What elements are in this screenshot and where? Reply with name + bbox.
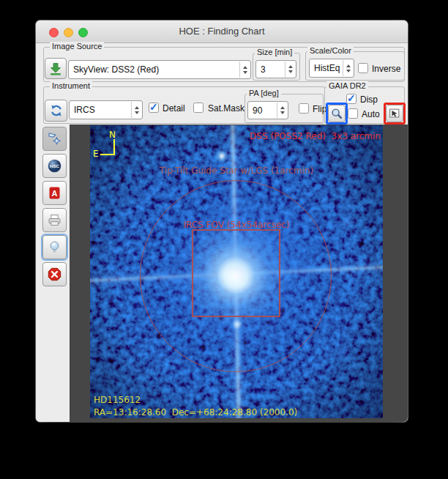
toolbar-sidebar: HSC A xyxy=(36,125,70,422)
ircs-fov-square xyxy=(192,229,280,317)
gaia-plot-button[interactable] xyxy=(386,105,403,122)
scale-color-group-label: Scale/Color xyxy=(307,46,354,55)
size-group: Size [min] 3 xyxy=(253,53,300,81)
compass-east-line xyxy=(100,154,115,155)
fov-caption: IRCS FOV (54x54arcsec) xyxy=(90,220,383,230)
satmask-checkbox[interactable]: ✓ xyxy=(193,103,204,113)
pa-spinbox[interactable]: 90 xyxy=(247,101,288,119)
flip-checkbox[interactable]: ✓ xyxy=(299,103,309,114)
size-group-label: Size [min] xyxy=(255,48,294,56)
instrument-combobox-value: IRCS xyxy=(74,101,95,119)
magnifier-icon xyxy=(330,107,343,120)
image-viewer: N E DSS (POSS2 Red) 3x3 arcmin Tip-Tilt … xyxy=(70,125,408,422)
compass-north-line xyxy=(113,139,115,155)
detail-checkbox[interactable]: ✓ xyxy=(149,103,159,113)
content-area: HSC A xyxy=(36,125,408,422)
satmask-checkbox-label: Sat.Mask xyxy=(208,103,244,114)
spin-arrows-icon[interactable] xyxy=(285,62,295,77)
app-window: HOE : Finding Chart Image Source SkyView… xyxy=(36,21,408,422)
refresh-icon xyxy=(49,103,64,118)
survey-combobox[interactable]: SkyView: DSS2 (Red) xyxy=(68,60,251,79)
print-button[interactable] xyxy=(42,208,67,232)
svg-text:A: A xyxy=(52,189,58,198)
sky-image[interactable]: N E DSS (POSS2 Red) 3x3 arcmin Tip-Tilt … xyxy=(90,125,383,418)
instrument-combobox[interactable]: IRCS xyxy=(69,100,143,119)
download-icon xyxy=(48,62,63,76)
target-name-label: HD115612 xyxy=(94,395,141,405)
title-bar[interactable]: HOE : Finding Chart xyxy=(36,21,408,43)
survey-caption: DSS (POSS2 Red) 3x3 arcmin xyxy=(250,131,381,141)
gaia-auto-checkbox[interactable]: ✓ xyxy=(348,108,358,119)
size-spinbox-value: 3 xyxy=(261,61,266,78)
inverse-checkbox-label: Inverse xyxy=(372,64,400,74)
detail-checkbox-label: Detail xyxy=(163,103,185,114)
stop-x-icon xyxy=(47,267,62,282)
compass-north-label: N xyxy=(109,130,116,140)
pa-group: PA [deg] 90 ✓ Flip xyxy=(244,94,324,123)
printer-icon xyxy=(47,212,62,228)
pdf-export-button[interactable]: A xyxy=(42,181,67,205)
abort-button[interactable] xyxy=(42,262,67,286)
hsc-button[interactable]: HSC xyxy=(42,154,67,178)
combo-arrows-icon[interactable] xyxy=(343,60,353,76)
desktop: { "window": { "title": "HOE : Finding Ch… xyxy=(0,0,448,479)
gaia-search-highlight xyxy=(326,103,348,125)
size-spinbox[interactable]: 3 xyxy=(255,60,296,78)
reload-instrument-button[interactable] xyxy=(45,100,67,122)
scale-combobox[interactable]: HistEq xyxy=(309,59,354,78)
pdf-icon: A xyxy=(47,185,62,201)
gaia-disp-checkbox[interactable]: ✓ xyxy=(346,94,356,104)
window-title: HOE : Finding Chart xyxy=(36,21,408,42)
hsc-icon: HSC xyxy=(47,158,62,174)
instrument-group-label: Instrument xyxy=(50,81,92,90)
finding-chart-button[interactable] xyxy=(42,127,67,151)
light-bulb-icon xyxy=(47,240,62,255)
scale-color-group: Scale/Color HistEq ✓ Inverse xyxy=(305,51,405,81)
svg-text:HSC: HSC xyxy=(50,163,60,168)
image-tool-icon xyxy=(388,107,401,120)
gaia-plot-highlight xyxy=(384,103,406,125)
hint-button[interactable] xyxy=(42,235,67,259)
scale-combobox-value: HistEq xyxy=(314,59,340,77)
combo-arrows-icon[interactable] xyxy=(239,62,250,78)
image-source-group-label: Image Source xyxy=(50,42,104,51)
spin-arrows-icon[interactable] xyxy=(277,103,287,118)
gaia-search-button[interactable] xyxy=(328,105,346,122)
tip-tilt-caption: Tip-Tilt Guide Star w/LGS (1arcmin) xyxy=(90,166,383,176)
gaia-group-label: GAIA DR2 xyxy=(326,81,368,90)
compass-east-label: E xyxy=(93,149,99,159)
pa-spinbox-value: 90 xyxy=(253,102,262,119)
inverse-checkbox[interactable]: ✓ xyxy=(358,63,368,73)
load-image-button[interactable] xyxy=(45,58,67,79)
survey-combobox-value: SkyView: DSS2 (Red) xyxy=(73,61,159,78)
gaia-group: GAIA DR2 ✓ Disp ✓ Auto xyxy=(324,86,405,124)
gaia-auto-checkbox-label: Auto xyxy=(362,109,380,119)
finding-chart-icon xyxy=(47,131,62,146)
gaia-disp-checkbox-label: Disp xyxy=(360,94,378,105)
combo-arrows-icon[interactable] xyxy=(131,102,141,118)
target-coordinates-label: RA=13:16:28.60 Dec=+68:24:28.80 (2000.0) xyxy=(94,407,297,417)
pa-group-label: PA [deg] xyxy=(247,89,281,97)
